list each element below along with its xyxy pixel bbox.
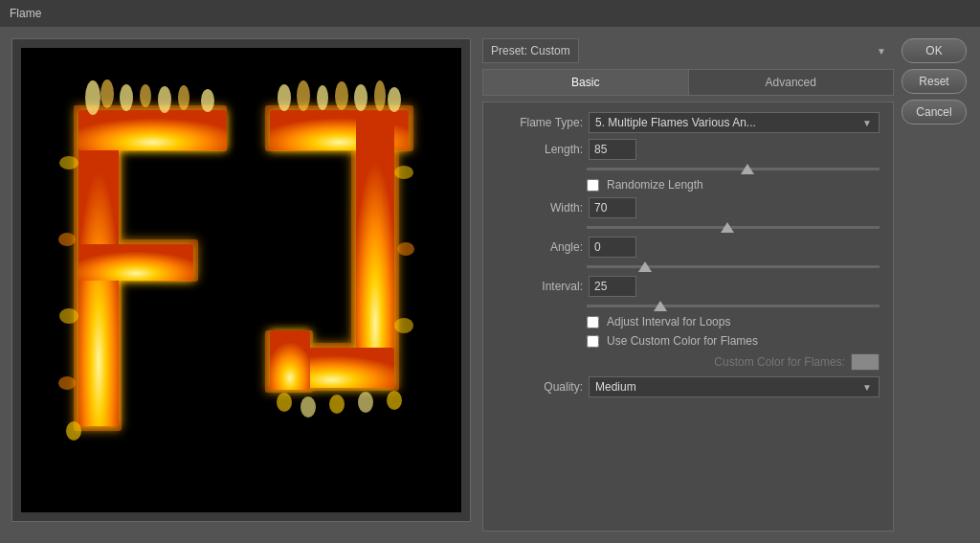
angle-slider-track[interactable] [587,265,880,268]
tab-advanced[interactable]: Advanced [689,70,894,95]
length-slider-row [497,166,880,172]
svg-point-33 [388,87,401,112]
svg-point-27 [278,84,291,111]
tabs-container: Basic Advanced [482,69,894,96]
interval-row: Interval: 25 [497,276,880,297]
width-slider-row [497,224,880,231]
angle-row: Angle: 0 [497,237,880,258]
svg-point-16 [100,79,114,108]
svg-point-29 [317,85,328,110]
angle-label: Angle: [497,240,583,254]
svg-point-23 [58,233,76,246]
length-label: Length: [497,143,583,156]
svg-point-30 [335,81,348,110]
svg-point-28 [297,80,310,111]
length-slider-track[interactable] [587,168,880,170]
width-input[interactable]: 70 [589,197,636,218]
cancel-button[interactable]: Cancel [902,100,967,124]
preview-canvas [21,48,461,512]
width-row: Width: 70 [497,197,880,218]
interval-label: Interval: [497,280,583,293]
svg-point-41 [387,391,402,410]
svg-point-15 [85,80,100,115]
preview-panel [11,38,471,522]
adjust-interval-checkbox[interactable] [587,316,599,328]
interval-slider-row [497,303,880,309]
flame-type-label: Flame Type: [497,116,583,129]
preset-select-wrapper: Preset: Custom ▼ [482,38,894,63]
svg-rect-14 [270,330,310,390]
svg-point-19 [158,86,171,113]
width-label: Width: [497,201,583,215]
quality-select-wrapper: Low Medium High ▼ [589,376,880,397]
custom-color-label: Custom Color for Flames: [714,355,845,369]
interval-slider-track[interactable] [587,305,880,307]
angle-input[interactable]: 0 [589,237,636,258]
reset-button[interactable]: Reset [902,69,967,94]
randomize-length-row: Randomize Length [587,178,880,192]
svg-rect-12 [356,110,394,378]
flame-type-select[interactable]: 5. Multiple Flames Various An... [589,112,880,133]
angle-slider-thumb[interactable] [638,261,652,272]
quality-select[interactable]: Low Medium High [589,376,880,397]
svg-point-22 [59,156,78,170]
svg-point-25 [58,376,76,390]
interval-input[interactable]: 25 [589,276,636,297]
svg-point-37 [277,393,292,412]
use-custom-color-label: Use Custom Color for Flames [607,334,758,348]
use-custom-color-row: Use Custom Color for Flames [587,334,880,348]
svg-point-35 [397,242,414,256]
buttons-panel: OK Reset Cancel [902,38,969,532]
preset-select[interactable]: Preset: Custom [482,38,579,63]
window-title: Flame [10,7,41,20]
randomize-length-checkbox[interactable] [587,179,599,192]
interval-slider-thumb[interactable] [654,301,667,311]
svg-point-21 [201,89,214,112]
svg-point-18 [140,84,151,107]
use-custom-color-checkbox[interactable] [587,335,599,348]
controls-panel: Flame Type: 5. Multiple Flames Various A… [482,102,894,532]
svg-point-26 [66,421,81,441]
svg-rect-6 [78,244,193,281]
preset-row: Preset: Custom ▼ [482,38,894,63]
svg-point-36 [394,318,413,333]
svg-point-34 [394,166,413,179]
randomize-length-label: Randomize Length [607,178,703,192]
preset-dropdown-icon: ▼ [877,46,886,57]
svg-point-20 [178,85,189,110]
svg-rect-5 [78,110,227,150]
svg-point-32 [374,80,386,111]
svg-point-31 [354,84,368,111]
title-bar: Flame [0,0,980,27]
svg-point-17 [120,84,133,111]
length-slider-thumb[interactable] [741,164,754,174]
flame-type-row: Flame Type: 5. Multiple Flames Various A… [497,112,880,133]
adjust-interval-label: Adjust Interval for Loops [607,315,730,328]
length-row: Length: 85 [497,139,880,160]
svg-point-40 [358,392,373,413]
svg-point-24 [59,308,78,324]
quality-label: Quality: [497,380,583,394]
quality-row: Quality: Low Medium High ▼ [497,376,880,397]
width-slider-thumb[interactable] [721,222,734,233]
adjust-interval-row: Adjust Interval for Loops [587,315,880,328]
svg-point-39 [329,395,345,414]
custom-color-row: Custom Color for Flames: [497,353,880,371]
angle-slider-row [497,263,880,270]
custom-color-swatch[interactable] [851,353,880,371]
tab-basic[interactable]: Basic [483,70,689,95]
svg-point-38 [301,396,316,418]
width-slider-track[interactable] [587,226,880,229]
ok-button[interactable]: OK [902,38,967,63]
length-input[interactable]: 85 [589,139,636,160]
flame-type-select-wrapper: 5. Multiple Flames Various An... ▼ [589,112,880,133]
